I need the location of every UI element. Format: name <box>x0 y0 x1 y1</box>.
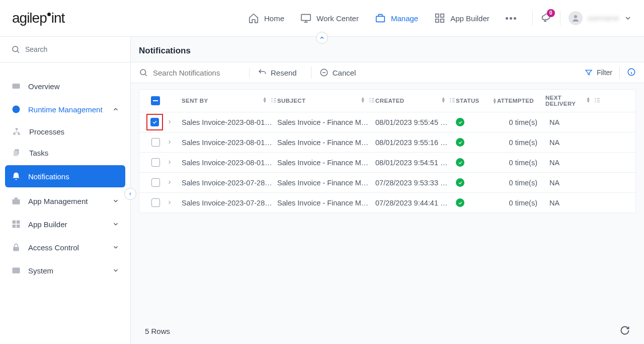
cell-sent-by: Sales Invoice-2023-07-28… <box>182 199 277 207</box>
cell-created: 08/01/2023 9:55:16 … <box>375 139 456 147</box>
sidebar-item-label: App Management <box>28 197 88 205</box>
col-created[interactable]: CREATED▲▼ <box>375 97 456 105</box>
sidebar-item-overview[interactable]: Overview <box>0 75 130 98</box>
table-row[interactable]: Sales Invoice-2023-07-28…Sales Invoice -… <box>139 193 635 213</box>
sidebar-item-label: System <box>28 266 53 275</box>
cancel-button[interactable]: Cancel <box>319 68 362 77</box>
expand-row[interactable] <box>167 139 182 147</box>
sort-icon[interactable]: ▲▼ <box>441 97 446 105</box>
notifications-table: SENT BY▲▼ SUBJECT▲▼ CREATED▲▼ STATUS▲▼ A… <box>139 89 636 213</box>
svg-rect-4 <box>436 19 439 22</box>
group-icon[interactable] <box>270 97 277 105</box>
svg-rect-11 <box>13 133 16 135</box>
group-icon[interactable] <box>449 97 456 105</box>
resend-button[interactable]: Resend <box>258 68 303 77</box>
divider <box>311 66 311 79</box>
sort-icon[interactable]: ▲▼ <box>361 97 365 105</box>
nav-app-builder[interactable]: App Builder <box>434 13 490 24</box>
nav-more-icon[interactable] <box>506 17 516 20</box>
row-checkbox[interactable] <box>151 198 160 207</box>
cell-next: NA <box>541 159 601 167</box>
col-next-delivery[interactable]: NEXT DELIVERY▲▼ <box>541 95 601 107</box>
table-row[interactable]: Sales Invoice-2023-07-28…Sales Invoice -… <box>139 173 635 193</box>
status-ok-icon <box>456 158 464 167</box>
status-ok-icon <box>456 138 464 147</box>
svg-point-9 <box>13 106 20 113</box>
svg-rect-1 <box>376 16 385 22</box>
row-checkbox[interactable] <box>151 178 160 187</box>
expand-row[interactable] <box>167 199 182 207</box>
table-row[interactable]: Sales Invoice-2023-08-01…Sales Invoice -… <box>139 153 635 173</box>
nav-work-center[interactable]: Work Center <box>300 13 359 24</box>
svg-rect-17 <box>13 221 16 224</box>
svg-rect-8 <box>13 84 20 89</box>
nav-label: Work Center <box>316 14 359 23</box>
sidebar-item-runtime[interactable]: Runtime Management <box>0 98 130 121</box>
info-icon <box>627 67 636 77</box>
sort-icon[interactable]: ▲▼ <box>586 97 591 105</box>
sidebar-item-system[interactable]: System <box>0 259 130 282</box>
briefcase-icon <box>11 196 21 206</box>
chevron-down-icon <box>624 14 632 22</box>
row-checkbox[interactable] <box>151 138 160 147</box>
nav-manage[interactable]: Manage <box>375 13 418 24</box>
svg-rect-10 <box>16 128 18 130</box>
refresh-button[interactable] <box>620 325 630 337</box>
chart-icon <box>11 81 21 91</box>
search-notifications[interactable] <box>139 68 250 77</box>
chevron-down-icon <box>112 197 119 204</box>
cell-subject: Sales Invoice - Finance M… <box>277 118 375 126</box>
sidebar-collapse-button[interactable] <box>124 188 136 200</box>
svg-rect-12 <box>18 133 20 135</box>
filter-icon <box>585 68 593 77</box>
sidebar-sub-processes[interactable]: Processes <box>0 121 130 142</box>
info-button[interactable] <box>627 67 636 78</box>
col-status[interactable]: STATUS▲▼ <box>456 98 497 104</box>
nav-home[interactable]: Home <box>248 13 284 24</box>
row-checkbox[interactable] <box>150 118 159 126</box>
col-sent-by[interactable]: SENT BY▲▼ <box>182 97 277 105</box>
table-row[interactable]: Sales Invoice-2023-08-01…Sales Invoice -… <box>139 112 635 132</box>
sidebar-sub-notifications[interactable]: Notifications <box>5 165 125 187</box>
home-icon <box>248 13 259 24</box>
sidebar-search[interactable]: Search <box>0 37 130 62</box>
announcements-button[interactable]: 0 <box>541 12 552 25</box>
col-attempted[interactable]: ATTEMPTED <box>497 98 541 104</box>
nav-label: App Builder <box>450 14 490 23</box>
svg-rect-20 <box>17 225 20 228</box>
group-icon[interactable] <box>594 97 601 105</box>
sidebar-item-app-builder[interactable]: App Builder <box>0 213 130 236</box>
server-icon <box>11 265 21 276</box>
user-menu[interactable]: username <box>560 11 632 25</box>
sort-icon[interactable]: ▲▼ <box>263 97 267 105</box>
sort-icon[interactable]: ▲▼ <box>493 98 497 104</box>
status-ok-icon <box>456 198 464 207</box>
chevron-up-icon <box>112 106 119 113</box>
cell-attempted: 0 time(s) <box>497 199 541 207</box>
header-right: 0 username <box>532 11 632 25</box>
sidebar-item-app-mgmt[interactable]: App Management <box>0 189 130 213</box>
search-input[interactable] <box>153 68 238 77</box>
sidebar-item-label: Overview <box>28 82 60 91</box>
row-checkbox[interactable] <box>151 158 160 167</box>
table-footer: 5 Rows <box>131 318 644 344</box>
expand-row[interactable] <box>167 179 182 187</box>
filter-button[interactable]: Filter <box>585 68 612 77</box>
select-all-checkbox[interactable] <box>151 96 160 105</box>
svg-rect-18 <box>17 221 20 224</box>
cell-status <box>456 158 497 167</box>
cell-next: NA <box>541 199 601 207</box>
resend-label: Resend <box>271 68 297 77</box>
table-row[interactable]: Sales Invoice-2023-08-01…Sales Invoice -… <box>139 132 635 153</box>
tree-icon <box>12 127 21 136</box>
expand-row[interactable] <box>167 159 182 167</box>
sidebar-sub-tasks[interactable]: Tasks <box>0 142 130 163</box>
expand-row[interactable] <box>167 118 182 126</box>
header-collapse-button[interactable] <box>316 32 328 44</box>
col-subject[interactable]: SUBJECT▲▼ <box>277 97 375 105</box>
undo-icon <box>258 68 267 77</box>
cell-next: NA <box>541 118 601 126</box>
group-icon[interactable] <box>368 97 375 105</box>
sidebar-item-access[interactable]: Access Control <box>0 236 130 259</box>
cell-sent-by: Sales Invoice-2023-08-01… <box>182 118 277 126</box>
